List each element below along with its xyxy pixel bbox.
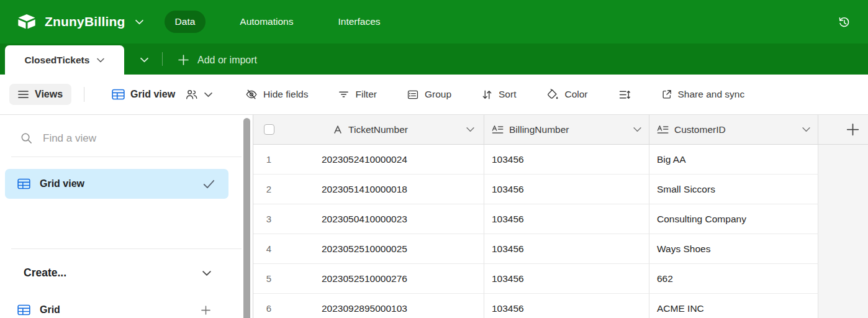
check-icon — [203, 179, 215, 189]
color-button[interactable]: Color — [545, 88, 587, 101]
tab-data[interactable]: Data — [165, 11, 206, 33]
table-row: 5 2023052510000276 103456 662 — [253, 264, 868, 294]
group-icon — [406, 88, 420, 101]
row-filler — [818, 294, 868, 318]
cell-customerid[interactable]: Consulting Company — [649, 204, 818, 234]
sidebar-view-grid-view[interactable]: Grid view — [5, 169, 228, 199]
tab-automations[interactable]: Automations — [229, 11, 304, 33]
filter-label: Filter — [355, 89, 376, 100]
sidebar-scrollbar[interactable] — [243, 118, 250, 318]
row-number[interactable]: 1 — [253, 154, 284, 165]
table-row: 4 2023052510000025 103456 Ways Shoes — [253, 234, 868, 264]
column-name: TicketNumber — [348, 124, 408, 135]
grid-header-row: TicketNumber BillingNumber — [253, 115, 868, 145]
cell-ticketnumber[interactable]: 6 2023092895000103 — [253, 294, 484, 318]
long-text-field-icon — [492, 125, 504, 135]
grid-view-icon — [17, 304, 30, 316]
table-tab-label: ClosedTickets — [25, 55, 90, 66]
find-view-input[interactable] — [43, 132, 186, 145]
cell-billingnumber[interactable]: 103456 — [484, 175, 649, 204]
cell-billingnumber[interactable]: 103456 — [484, 264, 649, 294]
table-tab-closedtickets[interactable]: ClosedTickets — [5, 45, 124, 75]
toolbar-buttons: Hide fields Filter Group — [245, 88, 744, 101]
cell-value: 2023092895000103 — [322, 303, 407, 314]
group-button[interactable]: Group — [406, 88, 451, 101]
tab-interfaces[interactable]: Interfaces — [327, 11, 391, 33]
row-height-button[interactable] — [617, 88, 631, 101]
column-header-customerid[interactable]: CustomerID — [649, 115, 818, 145]
table-row: 1 2023052410000024 103456 Big AA — [253, 145, 868, 175]
tabbar-divider — [162, 52, 163, 66]
view-name: Grid view — [40, 178, 191, 189]
collaborators-icon — [184, 88, 199, 101]
cell-customerid[interactable]: Ways Shoes — [649, 234, 818, 264]
cell-value: 2023051410000018 — [322, 184, 407, 195]
current-view-name: Grid view — [130, 89, 175, 100]
create-section-toggle[interactable]: Create... — [24, 266, 211, 279]
view-toolbar: Views Grid view — [0, 75, 868, 115]
row-number[interactable]: 5 — [253, 273, 284, 284]
cell-ticketnumber[interactable]: 4 2023052510000025 — [253, 234, 484, 264]
cell-ticketnumber[interactable]: 2 2023051410000018 — [253, 175, 484, 204]
table-list-expand-button[interactable] — [124, 45, 162, 75]
topnav: Data Automations Interfaces — [165, 11, 391, 33]
share-and-sync-button[interactable]: Share and sync — [661, 88, 745, 101]
app-logo-icon — [17, 14, 36, 30]
views-button[interactable]: Views — [9, 84, 71, 105]
select-all-checkbox[interactable] — [264, 124, 274, 135]
cell-customerid[interactable]: Small Siccors — [649, 175, 818, 204]
chevron-down-icon — [202, 270, 211, 276]
row-number[interactable]: 6 — [253, 303, 284, 314]
share-and-sync-label: Share and sync — [678, 89, 745, 100]
cell-ticketnumber[interactable]: 5 2023052510000276 — [253, 264, 484, 294]
table-row: 2 2023051410000018 103456 Small Siccors — [253, 175, 868, 204]
sort-button[interactable]: Sort — [481, 88, 516, 101]
view-switcher[interactable]: Grid view — [112, 88, 212, 101]
add-or-import-button[interactable]: Add or import — [178, 45, 257, 75]
cell-ticketnumber[interactable]: 1 2023052410000024 — [253, 145, 484, 175]
row-number[interactable]: 3 — [253, 214, 284, 224]
hide-fields-button[interactable]: Hide fields — [245, 88, 308, 101]
cell-customerid[interactable]: 662 — [649, 264, 818, 294]
row-filler — [818, 145, 868, 175]
row-number[interactable]: 4 — [253, 243, 284, 254]
chevron-down-icon — [633, 127, 641, 132]
filter-icon — [337, 88, 350, 101]
base-menu-button[interactable]: ZnunyBilling — [17, 14, 143, 30]
grid-view-icon — [112, 89, 125, 100]
group-label: Group — [425, 89, 451, 100]
chevron-down-icon — [140, 57, 148, 63]
sort-label: Sort — [499, 89, 516, 100]
single-line-text-field-icon — [333, 125, 343, 134]
add-field-button[interactable] — [818, 115, 868, 145]
row-filler — [818, 204, 868, 234]
cell-value: 2023052510000025 — [322, 243, 407, 255]
column-header-ticketnumber[interactable]: TicketNumber — [253, 115, 484, 145]
row-number[interactable]: 2 — [253, 184, 284, 194]
create-item-label: Grid — [40, 304, 201, 316]
column-header-billingnumber[interactable]: BillingNumber — [484, 115, 649, 145]
create-grid-view-item[interactable]: Grid — [17, 304, 211, 316]
row-filler — [818, 175, 868, 204]
cell-ticketnumber[interactable]: 3 2023050410000023 — [253, 204, 484, 234]
cell-billingnumber[interactable]: 103456 — [484, 204, 649, 234]
cell-customerid[interactable]: Big AA — [649, 145, 818, 175]
grid-view-icon — [17, 178, 30, 189]
history-icon[interactable] — [833, 11, 854, 32]
add-or-import-label: Add or import — [197, 55, 257, 66]
find-view-row — [20, 132, 253, 145]
table-tabs-bar: ClosedTickets Add or import — [0, 43, 868, 75]
filter-button[interactable]: Filter — [337, 88, 376, 101]
column-name: CustomerID — [674, 124, 802, 135]
color-label: Color — [564, 89, 587, 100]
content-area: Grid view Create... Grid — [0, 115, 868, 318]
cell-customerid[interactable]: ACME INC — [649, 294, 818, 318]
eye-off-icon — [245, 88, 258, 101]
menu-icon — [18, 90, 29, 99]
cell-billingnumber[interactable]: 103456 — [484, 294, 649, 318]
cell-value: 2023050410000023 — [322, 214, 407, 225]
cell-billingnumber[interactable]: 103456 — [484, 234, 649, 264]
chevron-down-icon — [135, 19, 143, 25]
sort-icon — [481, 88, 494, 101]
cell-billingnumber[interactable]: 103456 — [484, 145, 649, 175]
